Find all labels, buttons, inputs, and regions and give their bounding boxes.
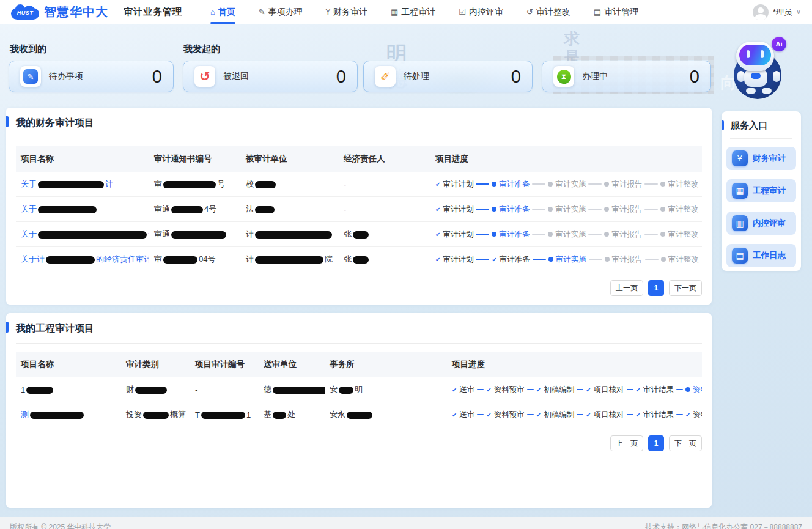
step-dot-icon: [660, 182, 665, 187]
step-check-icon: ✔: [536, 387, 541, 393]
services-title: 服务入口: [722, 120, 801, 131]
stepper-connector: [644, 234, 658, 235]
nav-item-label: 事项办理: [268, 7, 303, 18]
nav-item-内控评审[interactable]: ☑内控评审: [459, 0, 503, 24]
column-header: 项目名称: [16, 146, 149, 172]
mascot-head: [736, 42, 774, 71]
stepper-connector: [588, 183, 602, 185]
redacted-text: [163, 256, 197, 264]
project-name-cell[interactable]: 测: [16, 402, 121, 427]
page-number-button[interactable]: 1: [648, 435, 664, 451]
stat-card-label: 待处理: [404, 71, 429, 82]
step-check-icon: ✔: [452, 387, 457, 393]
user-name: *理员: [773, 7, 792, 18]
service-button-工程审计[interactable]: ▦工程审计: [726, 179, 796, 202]
divider: [16, 138, 702, 138]
nav-item-审计整改[interactable]: ↺审计整改: [526, 0, 570, 24]
redacted-text: [255, 231, 332, 239]
stat-card-办理中[interactable]: ⧗办理中0: [542, 61, 711, 92]
support-text: 技术支持：网络与信息化办公室 027－88888887: [645, 522, 802, 529]
nav-item-label: 内控评审: [469, 7, 503, 18]
column-header: 经济责任人: [339, 146, 430, 172]
stat-card-待办事项[interactable]: ✎待办事项0: [9, 61, 174, 92]
step-label: 审计结果: [643, 410, 674, 420]
table-cell: 计院: [241, 247, 339, 272]
step-label: 审计实施: [555, 229, 586, 240]
nav-item-事项办理[interactable]: ✎事项办理: [259, 0, 303, 24]
step-label: 审计计划: [443, 204, 473, 215]
redacted-text: [353, 256, 369, 264]
cloud-logo-icon: HUST: [11, 4, 39, 20]
stats-group-label: 我收到的: [10, 43, 46, 55]
step-check-icon: ✔: [492, 256, 496, 263]
progress-stepper: ✔审计计划审计准备审计实施审计报告审计整改: [435, 204, 697, 215]
table-row: 关于计审号校-✔审计计划审计准备审计实施审计报告审计整改: [16, 172, 702, 197]
project-name-cell[interactable]: 关于任审计: [16, 222, 149, 247]
home-icon: ⌂: [210, 7, 215, 17]
stepper-connector: [532, 234, 545, 235]
finance-panel-title: 我的财务审计项目: [16, 108, 702, 130]
project-name-cell[interactable]: 关于: [16, 197, 149, 222]
step-check-icon: ✔: [536, 412, 541, 418]
step-check-icon: ✔: [452, 412, 457, 418]
step-label: 项目核对: [594, 410, 624, 420]
step-dot-icon: [685, 387, 690, 392]
ai-assistant-mascot[interactable]: Ai: [730, 37, 788, 100]
column-header: 事务所: [325, 352, 447, 377]
step-dot-icon: [492, 182, 496, 187]
table-cell: 安永: [325, 402, 447, 427]
step-check-icon: ✔: [636, 412, 641, 418]
redacted-text: [353, 231, 369, 239]
progress-cell: ✔送审✔资料预审✔初稿编制✔项目核对✔审计结果资料归档: [447, 377, 702, 402]
nav-item-工程审计[interactable]: ▦工程审计: [391, 0, 435, 24]
stepper-connector: [676, 389, 683, 390]
copyright-text: 版权所有 © 2025 华中科技大学: [10, 522, 111, 529]
user-menu[interactable]: *理员 ∨: [753, 4, 801, 20]
step-label: 送审: [459, 410, 474, 420]
redacted-text: [38, 206, 97, 213]
pending-icon: ✐: [375, 66, 396, 87]
app-logo[interactable]: HUST 智慧华中大 审计业务管理: [11, 4, 182, 20]
top-navbar: HUST 智慧华中大 审计业务管理 ⌂首页✎事项办理¥财务审计▦工程审计☑内控评…: [0, 0, 812, 24]
nav-item-label: 财务审计: [333, 7, 367, 18]
step-label: 审计整改: [668, 254, 699, 265]
table-cell: 财: [121, 377, 190, 402]
next-page-button[interactable]: 下一页: [669, 435, 702, 451]
prev-page-button[interactable]: 上一页: [610, 435, 643, 451]
redacted-text: [38, 231, 147, 239]
step-dot-icon: [660, 232, 665, 237]
service-button-财务审计[interactable]: ¥财务审计: [726, 147, 796, 170]
next-page-button[interactable]: 下一页: [669, 280, 702, 296]
stat-card-value: 0: [690, 67, 699, 87]
project-name-cell[interactable]: 关于计: [16, 172, 149, 197]
step-label: 初稿编制: [544, 410, 574, 420]
nav-item-首页[interactable]: ⌂首页: [210, 0, 235, 24]
service-button-工作日志[interactable]: ▤工作日志: [726, 244, 796, 267]
returned-icon: ↺: [194, 66, 215, 87]
stat-card-label: 办理中: [582, 71, 608, 82]
step-dot-icon: [548, 182, 553, 187]
stepper-connector: [589, 259, 602, 260]
stepper-connector: [645, 259, 659, 260]
stat-card-被退回[interactable]: ↺被退回0: [183, 61, 358, 92]
table-row: 关于审通4号法-✔审计计划审计准备审计实施审计报告审计整改: [16, 197, 702, 222]
prev-page-button[interactable]: 上一页: [610, 280, 643, 296]
nav-item-审计管理[interactable]: ▤审计管理: [594, 0, 638, 24]
table-cell: -: [339, 172, 430, 197]
stat-card-待处理[interactable]: ✐待处理0: [363, 61, 533, 92]
project-name-cell[interactable]: 关于计的经济责任审计: [16, 247, 149, 272]
building-icon: ▦: [391, 7, 398, 17]
table-cell: 安明: [325, 377, 447, 402]
brand-name: 智慧华中大: [44, 4, 108, 20]
page-number-button[interactable]: 1: [648, 280, 664, 296]
step-label: 资料归档: [693, 410, 702, 420]
step-label: 审计报告: [612, 254, 643, 265]
nav-item-财务审计[interactable]: ¥财务审计: [326, 0, 367, 24]
services-list: ¥财务审计▦工程审计▥内控评审▤工作日志: [722, 147, 801, 267]
redacted-text: [38, 181, 104, 188]
nav-item-label: 工程审计: [401, 7, 435, 18]
service-button-内控评审[interactable]: ▥内控评审: [726, 212, 796, 235]
stat-card-label: 待办事项: [49, 71, 83, 82]
column-header: 送审单位: [259, 352, 325, 377]
step-label: 审计准备: [499, 179, 530, 190]
